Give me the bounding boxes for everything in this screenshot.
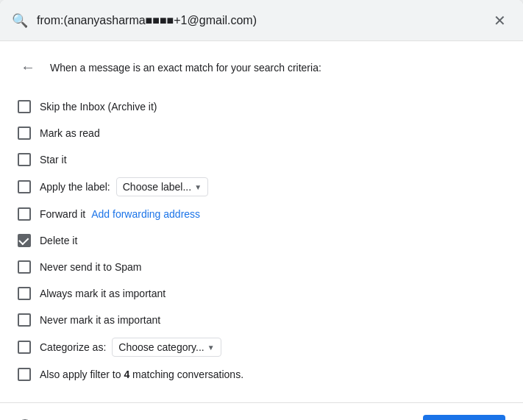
label-apply-label: Apply the label: Choose label... ▼ [40, 177, 208, 196]
label-mark-as-read: Mark as read [40, 127, 100, 139]
checkbox-never-important[interactable] [18, 313, 31, 327]
option-categorize-as: Categorize as: Choose category... ▼ [18, 333, 505, 361]
option-also-apply: Also apply filter to 4 matching conversa… [18, 361, 505, 388]
checkbox-star-it[interactable] [18, 153, 31, 166]
checkbox-categorize-as[interactable] [18, 341, 31, 354]
choose-label-dropdown[interactable]: Choose label... ▼ [116, 177, 208, 196]
search-icon: 🔍 [12, 13, 28, 29]
header-description: When a message is an exact match for you… [50, 62, 321, 74]
categorize-as-text: Categorize as: [40, 341, 106, 353]
back-button[interactable]: ← [18, 56, 38, 79]
label-never-important: Never mark it as important [40, 314, 160, 326]
choose-label-text: Choose label... [123, 181, 191, 193]
back-icon: ← [21, 59, 35, 76]
option-skip-inbox: Skip the Inbox (Archive it) [18, 93, 505, 120]
label-skip-inbox: Skip the Inbox (Archive it) [40, 101, 157, 113]
option-never-spam: Never send it to Spam [18, 254, 505, 280]
close-button[interactable]: ✕ [488, 9, 511, 32]
forward-it-text: Forward it [40, 208, 85, 220]
create-filter-button[interactable]: Create filter [423, 415, 505, 420]
checkbox-delete-it[interactable] [18, 234, 31, 247]
apply-label-text: Apply the label: [40, 181, 110, 193]
label-never-spam: Never send it to Spam [40, 261, 142, 273]
dropdown-arrow-icon: ▼ [194, 183, 202, 191]
filter-options-list: Skip the Inbox (Archive it) Mark as read… [18, 93, 505, 388]
search-query: from:(ananyasharma■■■■+1@gmail.com) [37, 14, 479, 27]
checkbox-skip-inbox[interactable] [18, 100, 31, 113]
label-forward-it: Forward it Add forwarding address [40, 208, 200, 220]
choose-category-dropdown[interactable]: Choose category... ▼ [112, 338, 221, 357]
option-apply-label: Apply the label: Choose label... ▼ [18, 173, 505, 201]
option-mark-as-read: Mark as read [18, 120, 505, 146]
option-forward-it: Forward it Add forwarding address [18, 201, 505, 227]
label-star-it: Star it [40, 154, 67, 165]
label-always-important: Always mark it as important [40, 288, 166, 299]
option-delete-it: Delete it [18, 227, 505, 254]
label-delete-it: Delete it [40, 235, 77, 246]
checkbox-always-important[interactable] [18, 287, 31, 300]
add-forwarding-address-link[interactable]: Add forwarding address [91, 208, 200, 220]
option-star-it: Star it [18, 146, 505, 173]
option-always-important: Always mark it as important [18, 280, 505, 307]
choose-category-text: Choose category... [118, 341, 204, 353]
label-also-apply: Also apply filter to 4 matching conversa… [40, 369, 243, 380]
checkbox-mark-as-read[interactable] [18, 127, 31, 140]
label-categorize-as: Categorize as: Choose category... ▼ [40, 338, 221, 357]
option-never-important: Never mark it as important [18, 307, 505, 333]
checkbox-apply-label[interactable] [18, 180, 31, 193]
checkbox-forward-it[interactable] [18, 207, 31, 221]
dropdown-arrow-category-icon: ▼ [207, 344, 215, 352]
checkbox-never-spam[interactable] [18, 260, 31, 274]
dialog-footer: ? Learn more Create filter [0, 402, 523, 420]
checkbox-also-apply[interactable] [18, 368, 31, 381]
